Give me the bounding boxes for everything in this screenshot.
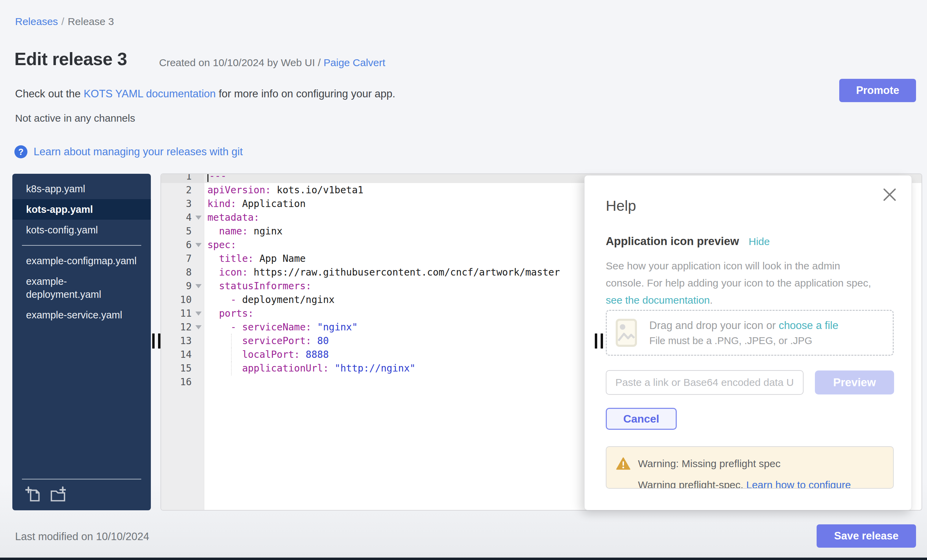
gutter-cell: 5 (161, 224, 204, 238)
gutter-cell: 10 (161, 293, 204, 307)
created-line: Created on 10/10/2024 by Web UI / Paige … (159, 57, 385, 68)
code-text: icon: https://raw.githubusercontent.com/… (204, 267, 560, 278)
code-text: spec: (204, 239, 236, 250)
docs-text-after: for more info on configuring your app. (216, 88, 395, 100)
icon-preview-section-header: Application icon preview Hide (606, 235, 890, 248)
file-item-kots-app.yaml[interactable]: kots-app.yaml (12, 199, 151, 220)
file-item-example-configmap.yaml[interactable]: example-configmap.yaml (12, 250, 151, 271)
pane-resize-handle-left[interactable] (152, 334, 160, 349)
pane-resize-handle-right[interactable] (595, 334, 603, 349)
gutter-cell: 7 (161, 252, 204, 265)
code-text: --- (204, 173, 226, 182)
code-text: statusInformers: (204, 280, 311, 291)
file-item-example-service.yaml[interactable]: example-service.yaml (12, 305, 151, 325)
fold-arrow-icon[interactable] (195, 284, 202, 288)
learn-how-to-configure-link[interactable]: Learn how to configure (746, 479, 851, 489)
cancel-button[interactable]: Cancel (606, 408, 677, 430)
line-number: 3 (161, 198, 204, 209)
kots-yaml-docs-link[interactable]: KOTS YAML documentation (84, 88, 216, 100)
line-number: 13 (161, 335, 204, 346)
text-cursor (207, 173, 208, 182)
description-line-1: See how your application icon will look … (606, 257, 890, 275)
code-text: ports: (204, 308, 254, 319)
description-line-3: see the documentation. (606, 291, 890, 309)
file-item-example-deployment.yaml[interactable]: example-deployment.yaml (12, 271, 151, 305)
dropzone-text-before: Drag and drop your icon or (649, 319, 778, 331)
line-number: 15 (161, 363, 204, 374)
file-list: k8s-app.yamlkots-app.yamlkots-config.yam… (12, 174, 151, 325)
add-folder-icon[interactable] (50, 486, 66, 502)
resize-bar (158, 334, 160, 349)
code-text: - deployment/nginx (204, 294, 334, 305)
code-text: name: nginx (204, 226, 283, 237)
dropzone-requirements: File must be a .PNG, .JPEG, or .JPG (649, 335, 838, 346)
code-text: applicationUrl: "http://nginx" (204, 363, 415, 374)
icon-preview-description: See how your application icon will look … (606, 257, 890, 309)
line-number: 16 (161, 376, 204, 388)
choose-file-link[interactable]: choose a file (778, 319, 838, 331)
code-text: metadata: (204, 212, 260, 223)
breadcrumb-separator: / (61, 16, 64, 27)
resize-bar (152, 334, 155, 349)
gutter-cell: 15 (161, 361, 204, 375)
description-period: . (710, 294, 713, 306)
line-number: 10 (161, 294, 204, 305)
line-number: 14 (161, 349, 204, 360)
icon-url-input[interactable] (606, 370, 804, 395)
warning-text-2: Warning preflight-spec. (638, 479, 746, 489)
breadcrumb-releases-link[interactable]: Releases (15, 16, 58, 27)
gutter-cell: 14 (161, 348, 204, 361)
author-link[interactable]: Paige Calvert (324, 57, 385, 68)
breadcrumb: Releases/Release 3 (15, 16, 114, 27)
warning-text-1: Warning: Missing preflight spec (638, 458, 781, 469)
icon-dropzone[interactable]: Drag and drop your icon or choose a file… (606, 310, 894, 356)
file-item-kots-config.yaml[interactable]: kots-config.yaml (12, 220, 151, 240)
question-circle-icon: ? (14, 145, 27, 158)
fold-arrow-icon[interactable] (195, 216, 202, 220)
git-releases-link[interactable]: Learn about managing your releases with … (33, 146, 243, 158)
save-release-button[interactable]: Save release (817, 524, 916, 548)
gutter-cell: 3 (161, 197, 204, 211)
code-text: - serviceName: "nginx" (204, 322, 357, 333)
see-documentation-link[interactable]: see the documentation (606, 294, 710, 306)
fold-arrow-icon[interactable] (195, 311, 202, 316)
gutter-cell: 2 (161, 183, 204, 197)
gutter-cell: 11 (161, 307, 204, 320)
docs-text-before: Check out the (15, 88, 84, 100)
warning-row-1: Warning: Missing preflight spec (616, 457, 883, 470)
code-text: servicePort: 80 (204, 335, 329, 346)
line-number: 1 (161, 173, 204, 182)
icon-url-row: Preview (606, 370, 894, 395)
code-text: title: App Name (204, 253, 306, 264)
file-sidebar: k8s-app.yamlkots-app.yamlkots-config.yam… (12, 174, 151, 510)
gutter-cell: 1 (161, 173, 204, 183)
gutter-cell: 13 (161, 334, 204, 348)
last-modified-text: Last modified on 10/10/2024 (15, 531, 149, 543)
dropzone-text: Drag and drop your icon or choose a file… (649, 319, 838, 346)
promote-button[interactable]: Promote (839, 79, 916, 102)
sidebar-bottom (12, 479, 151, 510)
fold-arrow-icon[interactable] (195, 243, 202, 247)
help-panel-title: Help (606, 197, 912, 214)
code-text: localPort: 8888 (204, 349, 329, 360)
gutter-cell: 16 (161, 375, 204, 389)
line-number: 8 (161, 267, 204, 278)
file-list-divider (22, 245, 141, 246)
channel-status: Not active in any channels (15, 112, 135, 124)
gutter-cell: 12 (161, 320, 204, 334)
fold-arrow-icon[interactable] (195, 325, 202, 329)
close-icon[interactable] (882, 187, 897, 202)
breadcrumb-current: Release 3 (68, 16, 114, 27)
window-bottom-edge (0, 558, 927, 560)
hide-link[interactable]: Hide (749, 236, 770, 247)
code-text: kind: Application (204, 198, 306, 209)
add-file-icon[interactable] (25, 486, 41, 502)
file-item-k8s-app.yaml[interactable]: k8s-app.yaml (12, 179, 151, 199)
preview-button[interactable]: Preview (815, 370, 894, 395)
resize-bar (595, 334, 597, 349)
gutter-cell: 6 (161, 238, 204, 252)
resize-bar (600, 334, 603, 349)
git-help-row: ? Learn about managing your releases wit… (14, 145, 243, 158)
gutter-cell: 9 (161, 279, 204, 293)
code-text: apiVersion: kots.io/v1beta1 (204, 184, 363, 196)
